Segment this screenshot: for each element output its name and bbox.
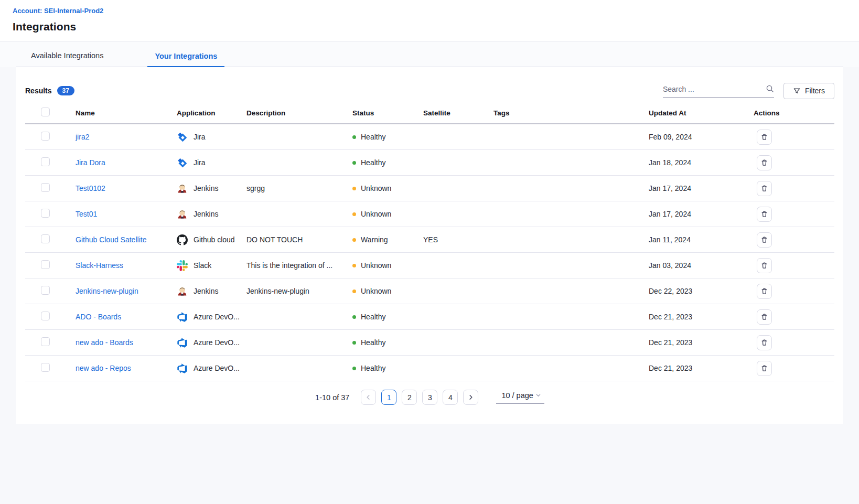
page-button-2[interactable]: 2 (402, 390, 417, 405)
delete-button[interactable] (757, 207, 772, 222)
page-header: Account: SEI-Internal-Prod2 Integrations (0, 0, 859, 41)
column-header-name: Name (76, 109, 177, 117)
status-dot (352, 212, 356, 216)
delete-button[interactable] (757, 232, 772, 248)
results-label: Results (25, 87, 52, 95)
integrations-table: NameApplicationDescriptionStatusSatellit… (25, 102, 834, 381)
delete-button[interactable] (757, 130, 772, 145)
status-cell: Warning (352, 235, 423, 244)
table-row: Jenkins-new-plugin Jenkins Jenkins-new-p… (25, 278, 834, 304)
page-button-3[interactable]: 3 (422, 390, 437, 405)
table-row: Github Cloud Satellite Github cloud DO N… (25, 227, 834, 253)
integration-name-link[interactable]: jira2 (76, 133, 89, 141)
row-checkbox[interactable] (41, 363, 50, 372)
updated-at: Dec 22, 2023 (649, 287, 754, 295)
table-header-row: NameApplicationDescriptionStatusSatellit… (25, 102, 834, 124)
filters-label: Filters (805, 87, 825, 95)
prev-page-button[interactable] (361, 390, 376, 405)
trash-icon (760, 236, 768, 244)
row-checkbox[interactable] (41, 260, 50, 269)
application-label: Azure DevO... (194, 313, 240, 321)
chevron-down-icon (535, 392, 541, 398)
column-header-updated-at: Updated At (649, 109, 754, 117)
trash-icon (760, 287, 768, 295)
integration-name-link[interactable]: Slack-Harness (76, 261, 123, 270)
account-link[interactable]: Account: SEI-Internal-Prod2 (13, 7, 103, 15)
delete-button[interactable] (757, 335, 772, 350)
status-cell: Unknown (352, 287, 423, 295)
status-cell: Healthy (352, 158, 423, 167)
search-icon (766, 84, 774, 94)
row-checkbox[interactable] (41, 209, 50, 218)
delete-button[interactable] (757, 284, 772, 299)
table-row: ADO - Boards Azure DevO... Healthy Dec 2… (25, 304, 834, 330)
application-label: Jenkins (194, 184, 218, 192)
application-label: Azure DevO... (194, 364, 240, 372)
status-cell: Healthy (352, 133, 423, 141)
integration-name-link[interactable]: new ado - Boards (76, 338, 133, 347)
azure-devops-icon (177, 337, 188, 348)
row-checkbox[interactable] (41, 286, 50, 295)
description-text: Jenkins-new-plugin (246, 287, 352, 295)
row-checkbox[interactable] (41, 157, 50, 166)
integration-name-link[interactable]: Test01 (76, 210, 97, 218)
table-row: Jira Dora Jira Healthy Jan 18, 2024 (25, 150, 834, 176)
status-label: Healthy (361, 313, 385, 321)
slack-icon (177, 260, 188, 271)
delete-button[interactable] (757, 181, 772, 196)
description-text: This is the integration of ... (246, 261, 352, 270)
table-row: Test0102 Jenkins sgrgg Unknown Jan 17, 2… (25, 176, 834, 201)
trash-icon (760, 339, 768, 347)
row-checkbox[interactable] (41, 234, 50, 243)
integration-name-link[interactable]: Jenkins-new-plugin (76, 287, 138, 295)
integration-name-link[interactable]: Test0102 (76, 184, 105, 192)
updated-at: Dec 21, 2023 (649, 364, 754, 372)
row-checkbox[interactable] (41, 183, 50, 192)
status-label: Unknown (361, 287, 391, 295)
next-page-button[interactable] (463, 390, 478, 405)
page-button-1[interactable]: 1 (381, 390, 396, 405)
page-size-select[interactable]: 10 / page (496, 391, 544, 404)
status-dot (352, 289, 356, 293)
tab-bar: Available IntegrationsYour Integrations (0, 41, 859, 67)
page-title: Integrations (13, 20, 859, 33)
table-row: Slack-Harness Slack This is the integrat… (25, 253, 834, 278)
page-button-4[interactable]: 4 (443, 390, 458, 405)
table-row: Test01 Jenkins Unknown Jan 17, 2024 (25, 201, 834, 227)
tab-available-integrations[interactable]: Available Integrations (24, 51, 111, 67)
azure-devops-icon (177, 312, 188, 323)
integration-name-link[interactable]: Github Cloud Satellite (76, 235, 146, 244)
row-checkbox[interactable] (41, 132, 50, 141)
integration-name-link[interactable]: Jira Dora (76, 158, 105, 167)
trash-icon (760, 185, 768, 192)
row-checkbox[interactable] (41, 337, 50, 346)
column-header-tags: Tags (493, 109, 649, 117)
updated-at: Jan 18, 2024 (649, 158, 754, 167)
row-checkbox[interactable] (41, 312, 50, 320)
integration-name-link[interactable]: new ado - Repos (76, 364, 131, 372)
delete-button[interactable] (757, 361, 772, 376)
status-cell: Healthy (352, 313, 423, 321)
filter-icon (793, 87, 801, 95)
status-dot (352, 238, 356, 242)
application-label: Jenkins (194, 287, 218, 295)
status-cell: Unknown (352, 261, 423, 270)
select-all-checkbox[interactable] (41, 108, 50, 116)
table-row: new ado - Repos Azure DevO... Healthy De… (25, 356, 834, 381)
integration-name-link[interactable]: ADO - Boards (76, 313, 121, 321)
jenkins-icon (177, 183, 188, 194)
status-dot (352, 264, 356, 267)
delete-button[interactable] (757, 155, 772, 170)
page-size-label: 10 / page (501, 391, 533, 400)
tab-your-integrations[interactable]: Your Integrations (147, 52, 224, 68)
delete-button[interactable] (757, 309, 772, 325)
application-label: Jira (194, 133, 206, 141)
search-box (663, 84, 774, 98)
results-count-badge: 37 (57, 86, 74, 95)
delete-button[interactable] (757, 258, 772, 273)
description-text: DO NOT TOUCH (246, 235, 352, 244)
filters-button[interactable]: Filters (783, 83, 834, 99)
column-header-application: Application (177, 109, 246, 117)
trash-icon (760, 364, 768, 372)
search-input[interactable] (663, 85, 766, 93)
